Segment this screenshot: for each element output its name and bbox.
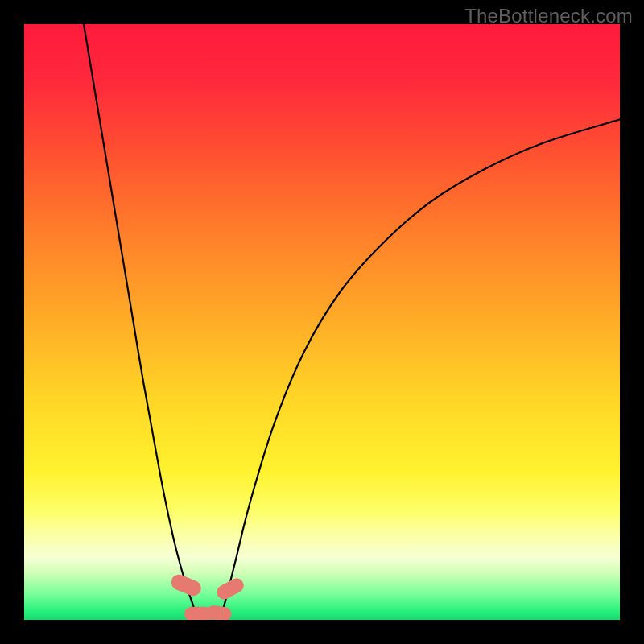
marker-2 <box>205 605 232 620</box>
chart-frame: TheBottleneck.com <box>0 0 644 644</box>
curve-left_curve <box>84 24 196 613</box>
bottleneck-curve <box>24 24 620 620</box>
curve-right_curve <box>222 119 620 613</box>
marker-0 <box>169 572 204 598</box>
watermark-text: TheBottleneck.com <box>464 5 633 27</box>
plot-area <box>24 24 620 620</box>
